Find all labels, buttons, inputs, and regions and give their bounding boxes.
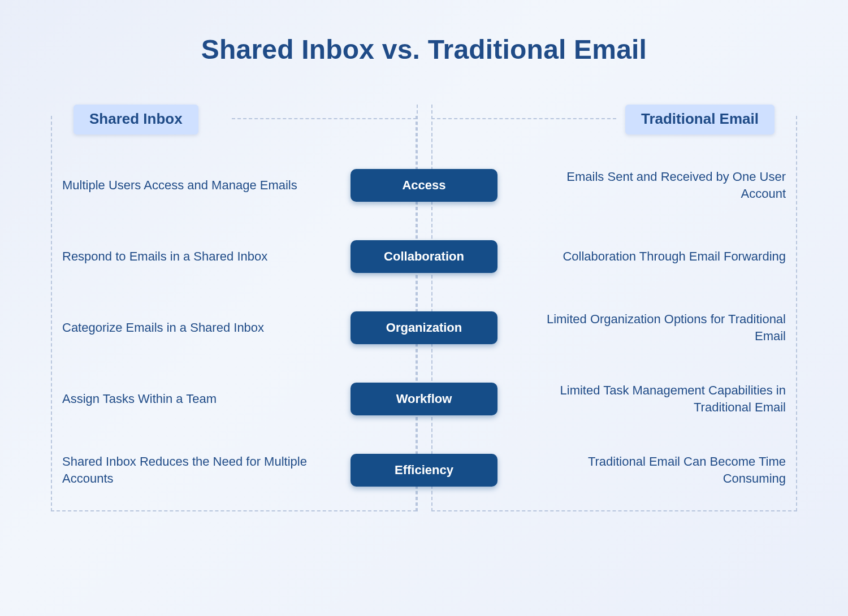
comparison-diagram: Shared Inbox Multiple Users Access and M… (51, 105, 797, 511)
page-title: Shared Inbox vs. Traditional Email (51, 34, 797, 65)
right-header-tab: Traditional Email (625, 105, 775, 135)
pill-access: Access (351, 169, 497, 202)
pill-collaboration: Collaboration (351, 240, 497, 273)
left-header-tab: Shared Inbox (73, 105, 198, 135)
pill-workflow: Workflow (351, 383, 497, 415)
pill-efficiency: Efficiency (351, 454, 497, 487)
left-header-dash (232, 118, 417, 119)
pill-organization: Organization (351, 311, 497, 344)
right-header-dash (431, 118, 616, 119)
category-pills: Access Collaboration Organization Workfl… (351, 144, 497, 511)
